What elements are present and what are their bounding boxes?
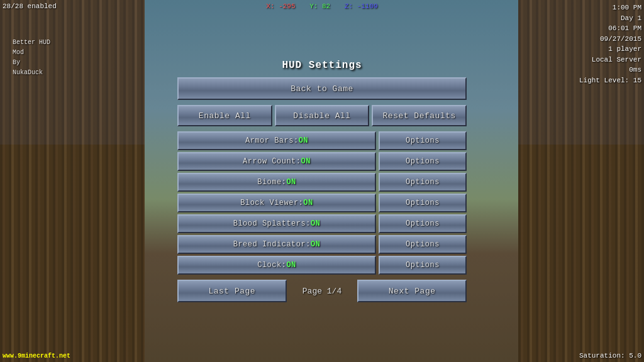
hud-light: Light Level: 15 [579,75,641,86]
setting-options-button[interactable]: Options [379,235,467,254]
setting-toggle-button[interactable]: Clock: ON [177,256,376,275]
setting-options-button[interactable]: Options [379,194,467,212]
hud-bottom-right: Saturation: 5.0 [579,352,641,359]
menu-title: HUD Settings [177,60,467,71]
x-coord: X: -295 [266,3,295,10]
page-indicator: Page 1/4 [289,280,355,302]
hud-time: 1:00 PM [579,3,641,13]
setting-options-button[interactable]: Options [379,173,467,192]
setting-row: Arrow Count: ONOptions [177,152,467,171]
mod-label: Better HUD Mod By NukaDuck [13,38,50,78]
pagination-row: Last Page Page 1/4 Next Page [177,280,467,302]
last-page-button[interactable]: Last Page [177,280,287,302]
reset-defaults-button[interactable]: Reset Defaults [372,105,467,126]
setting-toggle-button[interactable]: Arrow Count: ON [177,152,376,171]
setting-options-button[interactable]: Options [379,152,467,171]
menu-panel: HUD Settings Back to Game Enable All Dis… [177,60,467,302]
setting-toggle-button[interactable]: Blood Splatters: ON [177,214,376,233]
hud-ping: 0ms [579,65,641,75]
enable-all-button[interactable]: Enable All [177,105,272,126]
z-value: -1109 [357,3,378,10]
y-value: 82 [322,3,330,10]
setting-row: Breed Indicator: ONOptions [177,235,467,254]
hud-enabled-count: 28/28 enabled [3,3,57,10]
hud-bottom-left: www.9minecraft.net [3,353,70,359]
hud-day: Day 1 [579,13,641,24]
enabled-count-label: 28/28 enabled [3,3,57,10]
coord-sep2 [335,3,340,10]
hud-coords: X: -295 Y: 82 Z: -1109 [266,3,377,10]
setting-toggle-button[interactable]: Block Viewer: ON [177,194,376,212]
mod-line4: NukaDuck [13,68,50,78]
coord-sep1 [301,3,305,10]
setting-options-button[interactable]: Options [379,214,467,233]
mod-line3: By [13,58,50,68]
control-row: Enable All Disable All Reset Defaults [177,105,467,126]
setting-row: Blood Splatters: ONOptions [177,214,467,233]
saturation-label: Saturation: 5.0 [579,352,641,359]
z-coord: Z: -1109 [345,3,378,10]
back-to-game-button[interactable]: Back to Game [177,77,467,100]
mod-line1: Better HUD [13,38,50,48]
setting-options-button[interactable]: Options [379,131,467,150]
hud-players: 1 player [579,44,641,55]
setting-options-button[interactable]: Options [379,256,467,275]
setting-row: Armor Bars: ONOptions [177,131,467,150]
setting-row: Biome: ONOptions [177,173,467,192]
x-value: -295 [279,3,295,10]
website-label: www.9minecraft.net [3,353,70,359]
mod-line2: Mod [13,48,50,58]
hud-server: Local Server [579,55,641,65]
disable-all-button[interactable]: Disable All [275,105,370,126]
setting-toggle-button[interactable]: Breed Indicator: ON [177,235,376,254]
setting-toggle-button[interactable]: Armor Bars: ON [177,131,376,150]
hud-date: 09/27/2015 [579,34,641,45]
setting-row: Clock: ONOptions [177,256,467,275]
setting-toggle-button[interactable]: Biome: ON [177,173,376,192]
next-page-button[interactable]: Next Page [357,280,467,302]
y-coord: Y: 82 [309,3,330,10]
settings-list: Armor Bars: ONOptionsArrow Count: ONOpti… [177,131,467,275]
hud-top-right: 1:00 PM Day 1 06:01 PM 09/27/2015 1 play… [579,3,641,85]
hud-time2: 06:01 PM [579,23,641,34]
setting-row: Block Viewer: ONOptions [177,194,467,212]
